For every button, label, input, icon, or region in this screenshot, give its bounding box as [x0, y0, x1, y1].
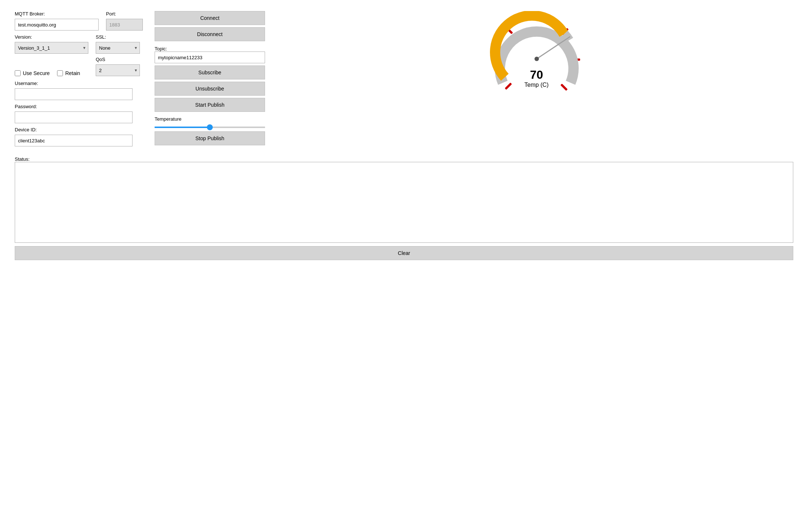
status-label: Status:: [15, 156, 29, 162]
broker-input[interactable]: [15, 19, 99, 31]
device-id-label: Device ID:: [15, 127, 140, 132]
topic-label: Topic:: [155, 46, 167, 52]
password-input[interactable]: [15, 111, 133, 123]
gauge-center-text: 70 Temp (C): [525, 68, 549, 88]
connect-button[interactable]: Connect: [155, 11, 265, 25]
port-input[interactable]: [106, 19, 143, 31]
status-textarea[interactable]: [15, 162, 793, 243]
gauge-center-dot: [534, 57, 539, 61]
device-id-input[interactable]: [15, 135, 133, 146]
qos-select[interactable]: 0 1 2: [96, 64, 140, 76]
ssl-label: SSL:: [96, 34, 140, 40]
port-label: Port:: [106, 11, 143, 17]
unsubscribe-button[interactable]: Unsubscribe: [155, 82, 265, 96]
gauge-value: 70: [525, 68, 549, 82]
clear-button[interactable]: Clear: [15, 246, 793, 260]
gauge-unit: Temp (C): [525, 82, 549, 88]
temperature-slider[interactable]: [155, 127, 265, 128]
broker-label: MQTT Broker:: [15, 11, 99, 17]
username-label: Username:: [15, 81, 140, 86]
version-label: Version:: [15, 34, 88, 40]
topic-input[interactable]: [155, 52, 265, 63]
temperature-slider-label: Temperature: [155, 116, 265, 122]
gauge-container: 70 Temp (C): [489, 11, 585, 107]
use-secure-checkbox[interactable]: [15, 70, 21, 76]
use-secure-label: Use Secure: [23, 70, 50, 76]
qos-label: QoS: [96, 57, 140, 62]
username-input[interactable]: [15, 88, 133, 100]
stop-publish-button[interactable]: Stop Publish: [155, 131, 265, 145]
subscribe-button[interactable]: Subscribe: [155, 65, 265, 79]
version-select[interactable]: Version_3_1_1 Version_3_1 Version_5: [15, 42, 88, 54]
svg-rect-5: [560, 84, 568, 91]
svg-rect-4: [505, 82, 512, 90]
start-publish-button[interactable]: Start Publish: [155, 98, 265, 112]
gauge-svg: [489, 11, 585, 107]
retain-label: Retain: [65, 70, 80, 76]
disconnect-button[interactable]: Disconnect: [155, 27, 265, 41]
ssl-select[interactable]: None SSL TLS: [96, 42, 140, 54]
password-label: Password:: [15, 104, 140, 109]
retain-checkbox[interactable]: [57, 70, 63, 76]
